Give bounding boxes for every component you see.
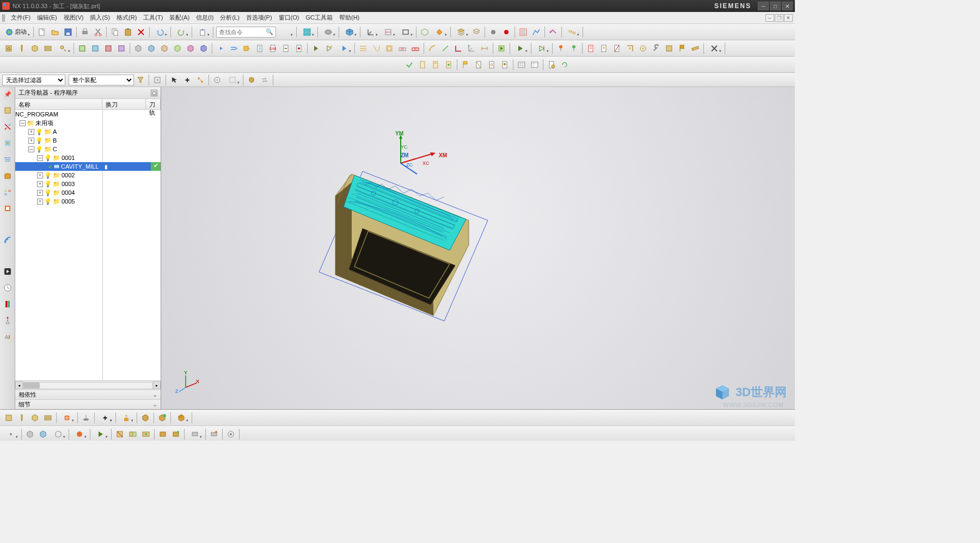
filter-btn-1[interactable] (134, 74, 146, 86)
post-6[interactable] (280, 42, 292, 54)
close-button[interactable]: ✕ (782, 2, 793, 10)
btm-1[interactable] (3, 412, 15, 424)
menu-analysis[interactable]: 分析(L) (217, 13, 242, 23)
target-button[interactable] (211, 74, 223, 86)
copy-button[interactable] (109, 26, 121, 38)
swap-button[interactable] (259, 74, 271, 86)
rail-btn-rss[interactable] (2, 234, 14, 246)
btm2-7[interactable] (114, 428, 126, 440)
model[interactable]: YM YC XM XC ZM ZC (254, 131, 515, 348)
mdi-minimize[interactable]: ─ (765, 14, 774, 22)
cam-verify-6[interactable] (198, 42, 210, 54)
cam-create-tool[interactable] (16, 42, 28, 54)
open-button[interactable] (49, 26, 61, 38)
search-input[interactable] (219, 29, 262, 35)
report-2[interactable] (598, 42, 610, 54)
cam-verify-4[interactable] (171, 42, 183, 54)
cam-verify-3[interactable] (158, 42, 170, 54)
col-name[interactable]: 名称 (15, 99, 102, 109)
doc-6[interactable] (499, 59, 511, 71)
doc-1[interactable] (416, 59, 428, 71)
report-3[interactable] (611, 42, 623, 54)
cam-gen-2[interactable] (89, 42, 101, 54)
selection-filter[interactable]: 无选择过滤器 (2, 75, 65, 85)
tree-c[interactable]: ─💡📁C (15, 145, 161, 153)
gear-doc[interactable] (546, 59, 558, 71)
rail-btn-2[interactable] (2, 121, 14, 133)
play-green[interactable] (495, 42, 507, 54)
check-button[interactable] (403, 59, 415, 71)
btm2-5[interactable] (71, 428, 88, 440)
command-finder[interactable]: 🔍 (216, 27, 276, 38)
menu-window[interactable]: 窗口(O) (275, 13, 303, 23)
post-2[interactable] (228, 42, 240, 54)
menu-preferences[interactable]: 首选项(P) (243, 13, 275, 23)
maximize-button[interactable]: □ (770, 2, 781, 10)
btm-3[interactable] (29, 412, 41, 424)
tree-0005[interactable]: +💡📁0005 (15, 197, 161, 206)
rail-btn-7[interactable] (2, 202, 14, 214)
up-button[interactable] (194, 26, 211, 38)
record-off[interactable] (487, 26, 499, 38)
start-button[interactable]: 启动 (3, 26, 31, 38)
btm2-2[interactable] (24, 428, 36, 440)
flag-2[interactable] (460, 59, 471, 71)
btm-9[interactable] (156, 412, 168, 424)
btm-2[interactable] (16, 412, 28, 424)
mdi-restore[interactable]: ❐ (775, 14, 783, 22)
menu-info[interactable]: 信息(I) (193, 13, 217, 23)
rail-btn-3[interactable] (2, 137, 14, 149)
doc-2[interactable] (430, 59, 442, 71)
tree-hscroll[interactable]: ◂ ▸ (15, 380, 161, 390)
layers-2[interactable] (470, 26, 482, 38)
3d-viewport[interactable]: YM YC XM XC ZM ZC Y X Z 3D世界网 WWW.3DSJW.… (161, 87, 795, 409)
cam-create-geom[interactable] (29, 42, 41, 54)
btm-4[interactable] (42, 412, 54, 424)
ruler-button[interactable] (689, 42, 701, 54)
cam-create-prog[interactable]: G (3, 42, 15, 54)
flag-button[interactable] (676, 42, 688, 54)
btm-10[interactable] (173, 412, 189, 424)
btm-5[interactable] (59, 412, 75, 424)
post-1[interactable] (215, 42, 226, 54)
tool-shelf-2[interactable] (637, 42, 649, 54)
view-style-button[interactable] (299, 26, 315, 38)
btm-6[interactable] (80, 412, 92, 424)
redo-button[interactable] (173, 26, 189, 38)
navigator-close[interactable]: ▢ (151, 90, 157, 96)
post-7[interactable] (293, 42, 305, 54)
post-3[interactable] (241, 42, 253, 54)
btm2-14[interactable] (225, 428, 237, 440)
toolpath-5[interactable]: 3D (409, 42, 421, 54)
doc-3[interactable] (443, 59, 455, 71)
play-2[interactable] (323, 42, 335, 54)
play-dd-1[interactable] (512, 42, 529, 54)
tool-2[interactable] (432, 26, 448, 38)
btm2-8[interactable] (127, 428, 139, 440)
btm2-12[interactable] (187, 428, 203, 440)
toolpath-2[interactable] (370, 42, 382, 54)
menu-help[interactable]: 帮助(H) (336, 13, 363, 23)
doc-4[interactable] (473, 59, 485, 71)
btm2-10[interactable] (157, 428, 169, 440)
cam-verify-5[interactable] (185, 42, 197, 54)
new-button[interactable] (36, 26, 48, 38)
rail-btn-color[interactable] (2, 298, 14, 310)
filter-btn-2[interactable] (151, 74, 163, 86)
cam-gen-4[interactable] (115, 42, 127, 54)
dependency-panel[interactable]: 相依性⌄ (15, 390, 161, 399)
cam-verify-1[interactable] (132, 42, 144, 54)
probe-2[interactable] (568, 42, 580, 54)
tree-a[interactable]: +💡📁A (15, 127, 161, 136)
tree-b[interactable]: +💡📁B (15, 136, 161, 145)
menu-tools[interactable]: 工具(T) (140, 13, 166, 23)
shade-button[interactable] (320, 26, 336, 38)
rail-btn-probe[interactable] (2, 314, 14, 326)
arc-button[interactable] (426, 42, 438, 54)
menu-edit[interactable]: 编辑(E) (34, 13, 60, 23)
misc-1[interactable] (530, 26, 542, 38)
cursor-button[interactable] (168, 74, 180, 86)
rect-button[interactable] (397, 26, 414, 38)
play-dd-2[interactable] (534, 42, 550, 54)
cam-create-method[interactable] (42, 42, 54, 54)
